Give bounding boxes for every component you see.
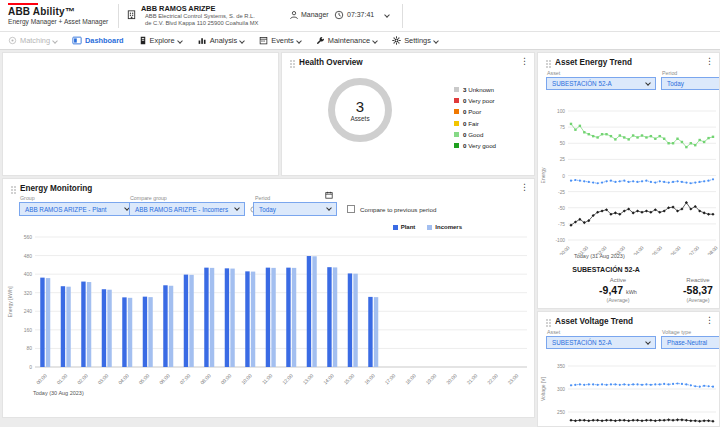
group-select[interactable]: ABB RAMOS ARIZPE - Plant: [19, 202, 135, 216]
chevron-down-icon: [433, 38, 439, 44]
svg-text:11:00: 11:00: [261, 372, 274, 385]
app-title: ABB Ability™: [8, 6, 75, 17]
nav-item-events[interactable]: Events: [259, 36, 301, 45]
compare-group-select[interactable]: ABB RAMOS ARIZPE - Incomers: [129, 202, 245, 216]
svg-text:03:00: 03:00: [96, 372, 109, 385]
chevron-down-icon: [326, 205, 332, 211]
kebab-menu-icon[interactable]: ⋮: [520, 56, 529, 66]
svg-text:21:00: 21:00: [465, 372, 478, 385]
compare-previous-checkbox[interactable]: [347, 205, 355, 213]
panel-title: Asset Voltage Trend: [555, 317, 633, 326]
reactive-sub: (Average): [663, 297, 720, 303]
chevron-down-icon: [372, 38, 378, 44]
chevron-down-icon: [645, 80, 651, 86]
legend-swatch: [393, 225, 398, 230]
period-select[interactable]: Today: [253, 202, 337, 216]
legend-item-good: 0 Good: [454, 131, 496, 138]
active-unit: kWh: [626, 289, 637, 295]
svg-text:80: 80: [26, 345, 32, 351]
svg-text:06:00: 06:00: [158, 372, 171, 385]
voltage-type-select[interactable]: Phase-Neutral: [661, 336, 720, 349]
legend-item-incomers: Incomers: [427, 224, 462, 230]
svg-text:02:00: 02:00: [76, 372, 89, 385]
calendar-icon[interactable]: [325, 191, 333, 199]
summary-active: Active -9,47 kWh (Average): [583, 277, 653, 303]
svg-text:75: 75: [560, 125, 566, 130]
kebab-menu-icon[interactable]: ⋮: [520, 182, 529, 192]
asset-voltage-line-chart: 350300250Voltage [V]: [538, 354, 720, 427]
legend-swatch: [454, 121, 459, 126]
bar-chart-footer: Today (30 Aug 2023): [33, 390, 84, 396]
svg-text:09:00: 09:00: [219, 372, 232, 385]
svg-text:17:00: 17:00: [383, 372, 396, 385]
svg-text:-50: -50: [558, 206, 565, 211]
building-icon: [126, 9, 137, 20]
nav-item-analysis[interactable]: Analysis: [197, 36, 245, 45]
legend-swatch: [454, 143, 459, 148]
svg-text:320: 320: [24, 290, 33, 296]
time-chevron-down-icon[interactable]: [384, 12, 390, 18]
line-chart-footer: Today (31 Aug 2023): [574, 253, 625, 259]
drag-handle-icon[interactable]: [11, 186, 16, 194]
asset-label: Asset: [547, 329, 560, 335]
legend-item-poor: 0 Poor: [454, 108, 496, 115]
svg-text:100: 100: [557, 109, 565, 114]
svg-text:05:00: 05:00: [651, 245, 663, 255]
kebab-menu-icon[interactable]: ⋮: [705, 315, 714, 325]
active-value: -9,47 kWh: [583, 284, 653, 296]
app-subtitle: Energy Manager + Asset Manager: [8, 18, 108, 25]
asset-select[interactable]: SUBESTACIÓN 52-A: [546, 336, 656, 349]
legend-swatch: [454, 109, 459, 114]
svg-text:Voltage [V]: Voltage [V]: [540, 376, 546, 401]
asset-energy-line-chart: 1007550250-25-50-75-100Energy00:0001:000…: [538, 97, 720, 255]
drag-handle-icon[interactable]: [546, 60, 551, 68]
kebab-menu-icon[interactable]: ⋮: [705, 56, 714, 66]
svg-text:18:00: 18:00: [404, 372, 417, 385]
asset-select[interactable]: SUBESTACIÓN 52-A: [546, 77, 656, 90]
nav-item-matching[interactable]: Matching: [8, 36, 57, 45]
period-label: Period: [662, 70, 677, 76]
period-select[interactable]: Today: [661, 77, 720, 90]
energy-bar-chart: 080160240320400480560Energy [kWh]00:0001…: [5, 233, 535, 385]
summary-reactive: Reactive -58,37 (Average): [663, 277, 720, 303]
active-sub: (Average): [583, 297, 653, 303]
svg-text:05:00: 05:00: [137, 372, 150, 385]
user-icon: [289, 10, 299, 20]
reactive-value: -58,37: [663, 284, 720, 296]
svg-text:04:00: 04:00: [633, 245, 645, 255]
svg-text:0: 0: [562, 174, 565, 179]
user-role-label[interactable]: Manager: [301, 11, 329, 18]
svg-text:22:00: 22:00: [486, 372, 499, 385]
app-header: ABB Ability™ Energy Manager + Asset Mana…: [0, 0, 720, 32]
panel-title: Asset Energy Trend: [555, 58, 632, 67]
company-address-line1: ABB Electrical Control Systems, S. de R.…: [145, 13, 255, 19]
legend-item-unknown: 3 Unknown: [454, 86, 496, 93]
drag-handle-icon[interactable]: [546, 319, 551, 327]
svg-text:13:00: 13:00: [301, 372, 314, 385]
header-divider: [118, 4, 119, 28]
header-divider: [402, 4, 403, 28]
nav-item-settings[interactable]: Settings: [392, 36, 438, 45]
nav-item-dashboard[interactable]: Dashboard: [72, 36, 124, 45]
compare-previous-label: Compare to previous period: [360, 206, 436, 213]
legend-item-very-poor: 0 Very poor: [454, 97, 496, 104]
panel-title: Health Overview: [299, 58, 363, 67]
svg-text:01:00: 01:00: [55, 372, 68, 385]
svg-text:12:00: 12:00: [281, 372, 294, 385]
matching-icon: [8, 36, 17, 45]
legend-swatch: [454, 98, 459, 103]
legend-item-plant: Plant: [393, 224, 416, 230]
nav-item-explore[interactable]: Explore: [139, 36, 182, 45]
nav-item-maintenance[interactable]: Maintenance: [316, 36, 377, 45]
drag-handle-icon[interactable]: [290, 60, 295, 68]
svg-text:20:00: 20:00: [445, 372, 458, 385]
time-display[interactable]: 07:37:41: [347, 11, 374, 18]
reactive-label: Reactive: [663, 277, 720, 283]
settings-icon: [392, 36, 401, 45]
summary-asset-name: SUBESTACIÓN 52-A: [541, 266, 671, 273]
svg-text:400: 400: [24, 271, 33, 277]
energy-monitoring-panel: Energy Monitoring ⋮ Group ABB RAMOS ARIZ…: [2, 178, 535, 418]
svg-text:560: 560: [24, 234, 33, 240]
svg-text:240: 240: [24, 308, 33, 314]
asset-voltage-trend-panel: Asset Voltage Trend ⋮ Asset SUBESTACIÓN …: [537, 311, 720, 427]
